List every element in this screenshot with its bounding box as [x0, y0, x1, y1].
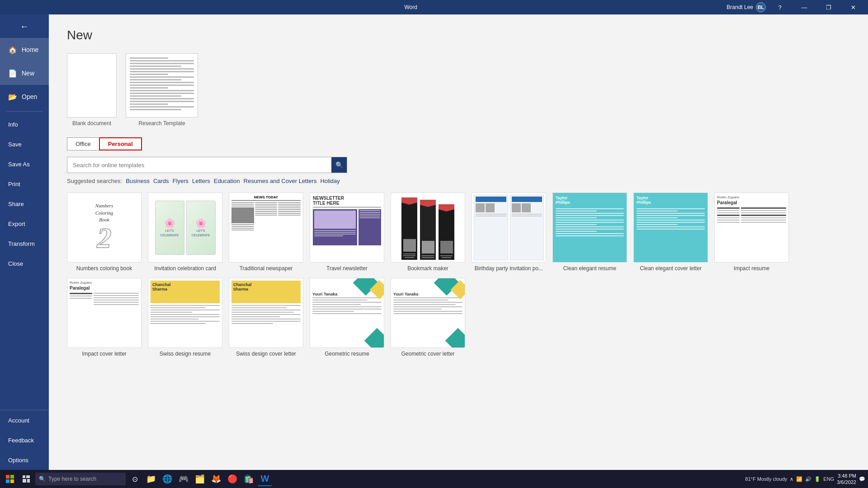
research-line-2 [130, 60, 194, 61]
suggested-label: Suggested searches: [67, 178, 122, 184]
chrome-icon: 🌐 [162, 474, 172, 484]
impact-resume-card[interactable]: Robin Zupanc Paralegal [714, 192, 789, 272]
template-tabs: Office Personal [67, 137, 850, 150]
minimize-button[interactable]: — [794, 0, 815, 14]
suggested-business[interactable]: Business [126, 178, 150, 184]
taskbar-time-value: 3:48 PM [837, 473, 856, 479]
swiss-cover-thumb: ChanchalSharma [229, 278, 303, 348]
sidebar-item-info[interactable]: Info [0, 114, 49, 134]
taskbar-search[interactable]: 🔍 Type here to search [35, 473, 126, 485]
taskbar-up-arrow[interactable]: ∧ [790, 476, 793, 482]
sidebar-item-feedback[interactable]: Feedback [0, 430, 49, 450]
title-bar-center: Word [95, 4, 726, 10]
newsletter-header: NEWSLETTERTITLE HERE [313, 196, 381, 207]
taskbar-datetime[interactable]: 3:48 PM 3/6/2022 [837, 473, 856, 486]
user-name: Brandt Lee [726, 4, 753, 10]
taskbar-word[interactable]: W [258, 472, 272, 486]
geometric-resume-card[interactable]: Yuuri Tanaka Geometric resume [310, 278, 384, 357]
svg-rect-4 [23, 475, 25, 478]
bookmark-maker-label: Bookmark maker [407, 265, 448, 272]
sidebar-item-transform[interactable]: Transform [0, 234, 49, 253]
geo-cover-diamond-br [445, 328, 465, 347]
travel-newsletter-card[interactable]: NEWSLETTERTITLE HERE [310, 192, 384, 272]
save-as-label: Save As [8, 161, 30, 168]
taskview-button[interactable] [19, 472, 33, 486]
taskbar-chrome[interactable]: 🌐 [160, 472, 175, 486]
birthday-visual [472, 193, 546, 262]
sidebar-item-save-as[interactable]: Save As [0, 154, 49, 174]
research-line-11 [130, 84, 194, 86]
sidebar-item-new[interactable]: 📄 New [0, 61, 49, 85]
tab-office[interactable]: Office [67, 137, 99, 150]
transform-label: Transform [8, 240, 35, 247]
sidebar-item-home[interactable]: 🏠 Home [0, 38, 49, 61]
taskview-icon [23, 475, 30, 483]
impact-cover-card[interactable]: Robin Zupanc Paralegal [67, 278, 142, 357]
swiss-resume-label: Swiss design resume [160, 351, 211, 357]
geo-cover-name: Yuuri Tanaka [393, 292, 462, 296]
taskbar-cortana[interactable]: ⊙ [127, 472, 142, 486]
suggested-holiday[interactable]: Holiday [320, 178, 340, 184]
suggested-flyers[interactable]: Flyers [173, 178, 189, 184]
suggested-letters[interactable]: Letters [192, 178, 210, 184]
invitation-card-card[interactable]: 🌸 LET'SCELEBRATE 🌸 LET'SCELEBRATE Invita… [148, 192, 222, 272]
clean-elegant-resume-card[interactable]: TaylorPhillips [552, 192, 627, 272]
impact-cover-body [70, 293, 139, 306]
help-button[interactable]: ? [769, 0, 790, 14]
swiss-resume-card[interactable]: ChanchalSharma Swiss design [148, 278, 222, 357]
taskbar-explorer[interactable]: 📁 [144, 472, 158, 486]
search-button[interactable]: 🔍 [331, 157, 347, 173]
print-label: Print [8, 181, 20, 188]
birthday-invitation-card[interactable]: Birthday party invitation po... [472, 192, 546, 272]
research-line-7 [130, 74, 168, 75]
sidebar-item-open[interactable]: 📂 Open [0, 85, 49, 108]
swiss-cover-label: Swiss design cover letter [236, 351, 296, 357]
feedback-label: Feedback [8, 437, 34, 444]
ribbon-1 [401, 197, 417, 205]
taskbar: 🔍 Type here to search ⊙ 📁 🌐 🎮 🗂️ 🦊 🔴 🛍️ … [0, 470, 868, 488]
taskbar-store[interactable]: 🛍️ [241, 472, 256, 486]
blank-document-card[interactable]: Blank document [67, 53, 117, 127]
research-line-17 [130, 101, 194, 102]
swiss-cover-card[interactable]: ChanchalSharma Swiss design [229, 278, 303, 357]
sidebar-item-save[interactable]: Save [0, 134, 49, 154]
sidebar-item-options[interactable]: Options [0, 450, 49, 470]
birthday-img-row-2 [512, 203, 542, 212]
suggested-education[interactable]: Education [214, 178, 240, 184]
cover-letter-clean-visual: TaylorPhillips [634, 193, 708, 262]
notification-icon[interactable]: 💬 [859, 476, 865, 482]
store-icon: 🛍️ [244, 474, 254, 484]
sidebar-item-export[interactable]: Export [0, 214, 49, 234]
impact-resume-name-small: Robin Zupanc [717, 195, 786, 199]
taskbar-firefox[interactable]: 🦊 [209, 472, 223, 486]
swiss-top: ChanchalSharma [151, 281, 220, 303]
sidebar-item-close[interactable]: Close [0, 253, 49, 273]
geometric-cover-card[interactable]: Yuuri Tanaka Geometric cover letter [391, 278, 465, 357]
start-button[interactable] [3, 472, 17, 486]
close-button[interactable]: ✕ [843, 0, 863, 14]
taskbar-xbox[interactable]: 🎮 [176, 472, 191, 486]
sidebar-item-share[interactable]: Share [0, 194, 49, 214]
suggested-resumes[interactable]: Resumes and Cover Letters [244, 178, 317, 184]
research-template-card[interactable]: Research Template [126, 53, 198, 127]
bookmark-maker-card[interactable]: Bookmark maker [391, 192, 465, 272]
research-template-thumb [126, 53, 198, 117]
explorer-icon: 📁 [146, 474, 156, 484]
suggested-cards[interactable]: Cards [153, 178, 169, 184]
volume-icon: 🔊 [805, 476, 811, 482]
info-label: Info [8, 121, 18, 128]
taskbar-files[interactable]: 🗂️ [193, 472, 207, 486]
sidebar-item-account[interactable]: Account [0, 410, 49, 430]
numbers-coloring-card[interactable]: NumbersColoringBook 2 Numbers coloring b… [67, 192, 142, 272]
back-button[interactable]: ← [0, 14, 49, 38]
birthday-header-2 [512, 197, 542, 202]
restore-button[interactable]: ❐ [818, 0, 839, 14]
taskbar-other1[interactable]: 🔴 [225, 472, 240, 486]
newspaper-card[interactable]: NEWS TODAY [229, 192, 303, 272]
sidebar-item-print[interactable]: Print [0, 174, 49, 194]
svg-rect-6 [23, 479, 26, 483]
user-avatar[interactable]: BL [756, 2, 766, 12]
cover-letter-clean-card[interactable]: TaylorPhillips Clean elegant cover lette… [633, 192, 708, 272]
tab-personal[interactable]: Personal [99, 137, 142, 150]
search-input[interactable] [67, 159, 331, 172]
